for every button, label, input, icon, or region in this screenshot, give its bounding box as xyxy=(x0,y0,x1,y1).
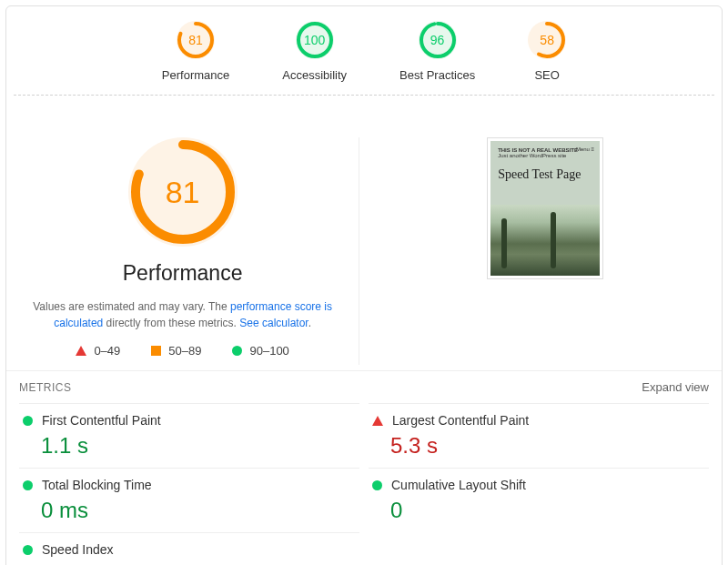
metric-si[interactable]: Speed Index 1.1 s xyxy=(19,532,359,565)
gauge-accessibility[interactable]: 100 Accessibility xyxy=(282,21,347,82)
gauge-performance[interactable]: 81 Performance xyxy=(162,21,229,82)
triangle-icon xyxy=(76,346,86,356)
gauge-score: 58 xyxy=(528,21,566,59)
metric-value: 5.3 s xyxy=(390,433,705,459)
metric-value: 0 xyxy=(390,498,705,523)
big-gauge-score: 81 xyxy=(128,137,238,247)
screenshot-image xyxy=(490,205,600,276)
disclaimer-text: Values are estimated and may vary. The p… xyxy=(23,298,342,331)
square-icon xyxy=(151,346,161,356)
gauge-score: 81 xyxy=(177,21,215,59)
metric-name: Largest Contentful Paint xyxy=(392,413,529,428)
gauge-label: Performance xyxy=(162,68,229,82)
gauge-label: Best Practices xyxy=(399,68,475,82)
status-icon xyxy=(23,480,33,490)
legend-bad: 0–49 xyxy=(94,344,120,358)
score-legend: 0–49 50–89 90–100 xyxy=(23,344,342,358)
gauge-seo[interactable]: 58 SEO xyxy=(528,21,566,82)
metric-lcp[interactable]: Largest Contentful Paint 5.3 s xyxy=(369,403,709,468)
category-gauges: 81 Performance 100 Accessibility 96 Best… xyxy=(14,21,714,96)
gauge-score: 100 xyxy=(296,21,334,59)
metric-value: 1.1 s xyxy=(41,433,356,459)
metric-cls[interactable]: Cumulative Layout Shift 0 xyxy=(369,468,709,532)
legend-good: 90–100 xyxy=(249,344,288,358)
metric-name: Speed Index xyxy=(42,542,114,557)
page-screenshot: THIS IS NOT A REAL WEBSITE Just another … xyxy=(487,137,603,279)
metric-value: 0 ms xyxy=(41,498,356,523)
lighthouse-card: 81 Performance 100 Accessibility 96 Best… xyxy=(5,5,723,565)
metrics-heading: METRICS xyxy=(19,381,72,394)
metric-fcp[interactable]: First Contentful Paint 1.1 s xyxy=(19,403,359,468)
see-calculator-link[interactable]: See calculator xyxy=(239,317,308,329)
gauge-best-practices[interactable]: 96 Best Practices xyxy=(399,21,475,82)
gauge-label: SEO xyxy=(528,68,566,82)
metrics-grid: First Contentful Paint 1.1 s Largest Con… xyxy=(6,399,722,565)
gauge-score: 96 xyxy=(419,21,457,59)
performance-title: Performance xyxy=(23,261,342,286)
status-icon xyxy=(372,480,382,490)
metric-name: Total Blocking Time xyxy=(42,478,152,492)
expand-view-button[interactable]: Expand view xyxy=(642,380,709,394)
circle-icon xyxy=(232,346,242,356)
status-icon xyxy=(23,545,33,555)
screenshot-title: Speed Test Page xyxy=(498,158,592,199)
metric-name: Cumulative Layout Shift xyxy=(391,478,526,492)
metric-name: First Contentful Paint xyxy=(42,413,161,428)
metric-tbt[interactable]: Total Blocking Time 0 ms xyxy=(19,468,359,532)
gauge-label: Accessibility xyxy=(282,68,347,82)
performance-summary: 81 Performance Values are estimated and … xyxy=(6,137,359,365)
screenshot-menu: Menu ≡ xyxy=(576,146,594,152)
status-icon xyxy=(372,416,383,426)
status-icon xyxy=(23,416,33,426)
legend-avg: 50–89 xyxy=(168,344,201,358)
